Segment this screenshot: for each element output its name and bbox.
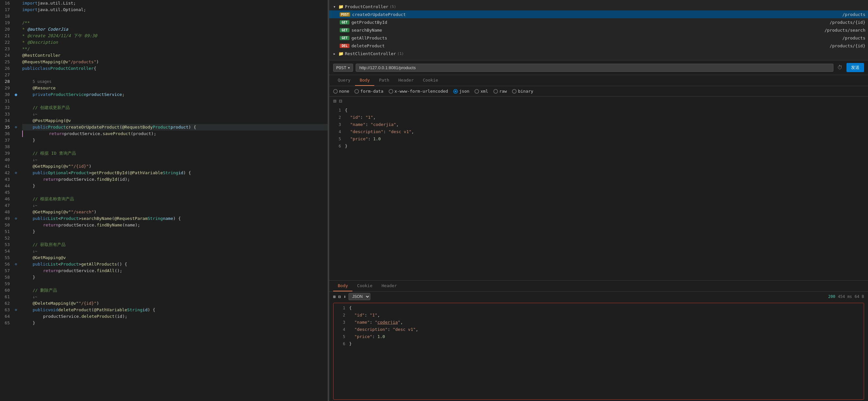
- rest-client-count: (1): [398, 52, 404, 56]
- line-numbers: 16 17 18 19 20 21 22 23 24 25 26 27 28 2…: [0, 0, 12, 401]
- tab-header[interactable]: Header: [394, 75, 418, 86]
- api-tree: ▾ 📁 ProductController (5) POST createOrU…: [329, 0, 868, 60]
- method-badge-get-0: GET: [340, 20, 349, 25]
- request-area: POST ▾ ⏱ 发送 Query Body Path Header Cooki…: [329, 60, 868, 401]
- radio-json[interactable]: json: [453, 89, 469, 94]
- radio-circle-binary: [512, 89, 517, 94]
- method-select[interactable]: POST ▾: [333, 64, 353, 72]
- endpoint-path-4: /products/{id}: [830, 43, 865, 48]
- resp-collapse-icon[interactable]: ⊟: [338, 294, 341, 299]
- radio-urlencoded[interactable]: x-www-form-urlencoded: [389, 89, 448, 94]
- endpoint-get-by-id[interactable]: GET getProductById /products/{id}: [329, 18, 868, 26]
- tree-folder-product-controller[interactable]: ▾ 📁 ProductController (5): [329, 3, 868, 10]
- response-toolbar: ⊞ ⊟ ⬇ JSON XML Raw 200 454 ms 64 B: [329, 292, 868, 302]
- endpoint-path-1: /products/{id}: [830, 20, 865, 25]
- response-area: Body Cookie Header ⊞ ⊟ ⬇ JSON XML Raw 20…: [329, 280, 868, 401]
- code-text: import java.util.List; import java.util.…: [20, 0, 328, 401]
- resp-download-icon[interactable]: ⬇: [344, 294, 346, 299]
- method-badge-post: POST: [340, 12, 350, 17]
- response-stats: 200 454 ms 64 B: [828, 294, 864, 299]
- radio-label-xml: xml: [480, 89, 488, 94]
- resp-time: 454 ms: [838, 294, 852, 299]
- method-badge-get-1: GET: [340, 28, 349, 32]
- endpoint-path-2: /products/search: [825, 28, 865, 33]
- folder-icon: 📁: [338, 4, 344, 9]
- controller-label: ProductController: [345, 4, 388, 9]
- radio-none[interactable]: none: [333, 89, 349, 94]
- response-tabs: Body Cookie Header: [329, 281, 868, 292]
- method-value: POST: [336, 65, 346, 70]
- radio-label-binary: binary: [518, 89, 533, 94]
- response-body: 1 { 2 "id": "1", 3 "name": "coderjia", 4…: [333, 303, 864, 400]
- tab-cookie[interactable]: Cookie: [418, 75, 443, 86]
- endpoint-name-2: searchByName: [351, 28, 382, 33]
- code-editor: 16 17 18 19 20 21 22 23 24 25 26 27 28 2…: [0, 0, 328, 401]
- radio-circle-json: [453, 89, 458, 94]
- collapse-icon[interactable]: ⊟: [339, 98, 342, 104]
- radio-circle-urlencoded: [389, 89, 393, 94]
- endpoint-delete[interactable]: DEL deleteProduct /products/{id}: [329, 42, 868, 50]
- format-icon[interactable]: ⊞: [333, 98, 336, 104]
- radio-circle-raw: [493, 89, 498, 94]
- radio-label-json: json: [459, 89, 469, 94]
- endpoint-name-4: deleteProduct: [351, 43, 385, 48]
- endpoint-path-0: /products: [842, 12, 865, 17]
- request-json-body[interactable]: 1 { 2 "id": "1", 3 "name": "coderjia", 4…: [329, 105, 868, 280]
- url-input[interactable]: [356, 64, 833, 72]
- resp-size: 64 B: [855, 294, 864, 299]
- tree-folder-rest-client[interactable]: ▸ 📁 RestClientController (1): [329, 50, 868, 57]
- endpoint-path-3: /products: [842, 36, 865, 40]
- endpoint-name-1: getProductById: [351, 20, 388, 25]
- request-bar: POST ▾ ⏱ 发送: [329, 60, 868, 75]
- radio-label-form-data: form-data: [360, 89, 383, 94]
- radio-circle-xml: [474, 89, 479, 94]
- controller-count: (5): [390, 5, 396, 9]
- json-toolbar-request: ⊞ ⊟: [329, 97, 868, 105]
- resp-tab-header[interactable]: Header: [377, 281, 401, 291]
- folder-icon-rest: 📁: [338, 51, 344, 56]
- resp-status: 200: [828, 294, 835, 299]
- radio-raw[interactable]: raw: [493, 89, 507, 94]
- radio-circle-none: [333, 89, 338, 94]
- method-badge-del: DEL: [340, 44, 349, 48]
- tab-query[interactable]: Query: [333, 75, 355, 86]
- resp-tab-cookie[interactable]: Cookie: [352, 281, 377, 291]
- radio-xml[interactable]: xml: [474, 89, 488, 94]
- right-panel: ▾ 📁 ProductController (5) POST createOrU…: [329, 0, 868, 401]
- expand-icon-rest: ▸: [333, 51, 338, 56]
- clock-button[interactable]: ⏱: [836, 63, 844, 72]
- resp-format-icon[interactable]: ⊞: [333, 294, 336, 299]
- tab-body[interactable]: Body: [355, 75, 374, 86]
- expand-icon: ▾: [333, 4, 338, 9]
- resp-tab-body[interactable]: Body: [333, 281, 352, 291]
- gutter-icons: ● ⊙ ⊙ ⊙: [12, 0, 20, 401]
- endpoint-name-0: createOrUpdateProduct: [352, 12, 406, 17]
- rest-client-label: RestClientController: [345, 51, 396, 56]
- radio-label-none: none: [339, 89, 349, 94]
- radio-binary[interactable]: binary: [512, 89, 533, 94]
- dropdown-arrow: ▾: [347, 65, 350, 70]
- endpoint-search[interactable]: GET searchByName /products/search: [329, 26, 868, 34]
- endpoint-name-3: getAllProducts: [351, 36, 388, 40]
- endpoint-create-or-update[interactable]: POST createOrUpdateProduct /products: [329, 10, 868, 18]
- method-badge-get-2: GET: [340, 36, 349, 40]
- radio-form-data[interactable]: form-data: [354, 89, 383, 94]
- radio-label-raw: raw: [499, 89, 507, 94]
- resp-format-select[interactable]: JSON XML Raw: [348, 293, 370, 300]
- endpoint-get-all[interactable]: GET getAllProducts /products: [329, 34, 868, 42]
- tab-path[interactable]: Path: [374, 75, 394, 86]
- radio-label-urlencoded: x-www-form-urlencoded: [395, 89, 448, 94]
- body-type-group: none form-data x-www-form-urlencoded jso…: [329, 86, 868, 97]
- request-tabs: Query Body Path Header Cookie: [329, 75, 868, 86]
- send-button[interactable]: 发送: [846, 63, 864, 72]
- radio-circle-form-data: [354, 89, 359, 94]
